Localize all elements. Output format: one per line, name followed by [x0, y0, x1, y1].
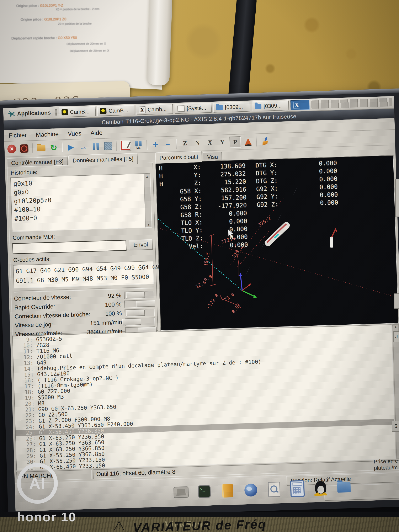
tab-manual-mdi[interactable]: Données manuelles [F5]	[68, 153, 138, 166]
gcode-line-number: 29:	[16, 453, 36, 459]
stop-program-button[interactable]	[103, 141, 114, 152]
optional-pause-button[interactable]: M1	[133, 140, 144, 151]
pause-button[interactable]	[90, 141, 101, 152]
calculator-launcher[interactable]	[288, 478, 307, 499]
gcode-line-number: 22:	[15, 412, 35, 419]
mdi-panel: Historique: g0x10g0x0g10l20p5z0#100=10#1…	[7, 163, 158, 335]
slider-track[interactable]	[125, 309, 155, 317]
taskbar-window-system[interactable]: [Systè...	[175, 103, 212, 114]
gcode-line-number: 9:	[13, 337, 33, 343]
view-axis-button[interactable]: N	[192, 138, 203, 148]
gcode-line-number: 13:	[13, 360, 34, 366]
taskbar-window-folder-2[interactable]: [0309...	[252, 100, 289, 111]
history-scrollbar[interactable]: ▲▼	[144, 173, 152, 227]
taskbar-grip[interactable]	[55, 109, 57, 116]
gcode-line-number: 10:	[13, 342, 33, 349]
toggle-skip-lines-button[interactable]	[120, 140, 132, 151]
tux-penguin-icon	[315, 481, 326, 495]
view-axis-button[interactable]: Z	[180, 138, 190, 149]
slider-track[interactable]	[124, 291, 154, 299]
dro-dtg-value: 0.000	[298, 199, 338, 207]
tab-preview[interactable]: Parcours d'outil	[155, 151, 202, 164]
view-letter: N	[195, 139, 200, 146]
scroll-up-icon[interactable]: ▲	[146, 175, 148, 178]
view-axis-button[interactable]: X	[204, 137, 215, 148]
debug-message-line: plateau/m	[374, 464, 399, 472]
taskbar-window-axis-active[interactable]: X	[290, 100, 310, 110]
warning-triangle-icon: ⚠	[113, 518, 125, 532]
taskbar-window-cambam-2[interactable]: CamB...	[97, 105, 134, 116]
step-button[interactable]: →	[78, 141, 89, 152]
gcode-line-number: 12:	[13, 354, 33, 361]
mdi-history-box[interactable]: g0x10g0x0g10l20p5z0#100=10#100=0 ▲▼	[10, 173, 152, 232]
edge-window-fragment	[394, 293, 399, 309]
slider-thumb[interactable]	[136, 300, 155, 307]
browser-launcher[interactable]	[242, 480, 260, 500]
slider-track[interactable]	[125, 317, 155, 326]
view-axis-button[interactable]: P	[229, 136, 241, 148]
folder-icon	[255, 104, 262, 109]
terminal-launcher[interactable]: >_	[195, 481, 214, 502]
workspace-pager[interactable]	[311, 98, 392, 109]
slider-thumb[interactable]	[126, 310, 145, 316]
toolpath-plot-canvas[interactable]: 375.2 313.2 185.5 0.0 -12.6 -172.8 72.8 …	[155, 155, 399, 331]
power-icon	[20, 144, 28, 153]
slider-thumb[interactable]	[122, 319, 141, 325]
scroll-down-icon[interactable]: ▼	[147, 222, 150, 227]
machine-power-button[interactable]	[19, 143, 30, 154]
globe-icon	[244, 483, 258, 497]
taskbar-window-cambam-1[interactable]: CamB...	[59, 106, 96, 117]
dro-axis-label: G58 R:	[169, 211, 203, 219]
zoom-out-button[interactable]: −	[163, 139, 173, 150]
dro-dtg-label	[247, 219, 298, 221]
mdi-command-input[interactable]	[12, 240, 126, 254]
menu-item[interactable]: Fichier	[8, 132, 27, 139]
paper-note-line: Z0 = position de la broche	[58, 22, 92, 25]
dro-homed-flag	[161, 231, 170, 232]
zoom-in-button[interactable]: +	[150, 139, 161, 150]
slider-thumb[interactable]	[126, 291, 145, 298]
dro-axis-label: Vel:	[170, 242, 203, 251]
dro-axis-label: TLO Y:	[169, 227, 203, 235]
dro-homed-flag	[160, 208, 169, 208]
menu-item[interactable]: Vues	[68, 130, 82, 137]
estop-button[interactable]: ×	[6, 144, 17, 154]
rotate-view-button[interactable]	[243, 136, 253, 147]
file-search-launcher[interactable]	[265, 479, 284, 500]
gcode-listing[interactable]: 9: G53G0Z-5 10: /G28 11: T116 M6 12: /O1…	[12, 324, 396, 470]
preview-panel: Parcours d'outilVisu	[155, 145, 399, 331]
run-program-button[interactable]: ▶	[65, 142, 76, 152]
dro-homed-flag: H	[159, 165, 168, 172]
dro-dtg-value: 0.000	[296, 159, 337, 168]
dro-homed-flag	[160, 200, 169, 200]
linux-app-launcher[interactable]	[311, 478, 330, 498]
taskbar-window-camb-x[interactable]: X Camb...	[136, 104, 173, 115]
gcode-line-number: 27:	[16, 441, 36, 448]
plot-dim-185: 185.5	[203, 252, 211, 267]
open-file-button[interactable]	[36, 143, 47, 154]
mdi-send-button[interactable]: Envoi	[129, 239, 153, 250]
slider-track[interactable]	[124, 300, 154, 308]
file-manager-launcher[interactable]	[335, 477, 353, 498]
paper-notes: Origine pièce : G10L20P1 Y-ZX0 = positio…	[0, 0, 165, 87]
debug-message-line: Prise en c	[374, 458, 399, 465]
m1-pause-icon: M1	[135, 141, 142, 149]
dro-dtg-label: G92 X:	[246, 184, 297, 193]
gcode-line-text: G53G0Z-5	[33, 336, 62, 342]
trackpad-settings-launcher[interactable]	[172, 482, 190, 502]
applications-menu[interactable]: Applications	[5, 108, 54, 118]
toolbar-separator	[146, 140, 147, 150]
slider-value: 100 %	[86, 301, 125, 309]
menu-item[interactable]: Aide	[90, 129, 103, 137]
dro-axis-value: 157.200	[202, 194, 247, 202]
package-launcher[interactable]	[218, 481, 237, 501]
gcode-line-text: S5000 M3	[34, 394, 64, 401]
cambam-icon	[100, 108, 107, 114]
menu-item[interactable]: Machine	[36, 131, 59, 138]
taskbar-window-folder-1[interactable]: [0309...	[213, 102, 250, 113]
toolbar-separator	[176, 139, 177, 149]
reload-file-button[interactable]: ↻	[48, 142, 59, 153]
scroll-up-icon[interactable]: ▲	[394, 325, 397, 329]
clear-plot-button[interactable]	[260, 136, 271, 147]
view-axis-button[interactable]: Y	[217, 137, 228, 147]
